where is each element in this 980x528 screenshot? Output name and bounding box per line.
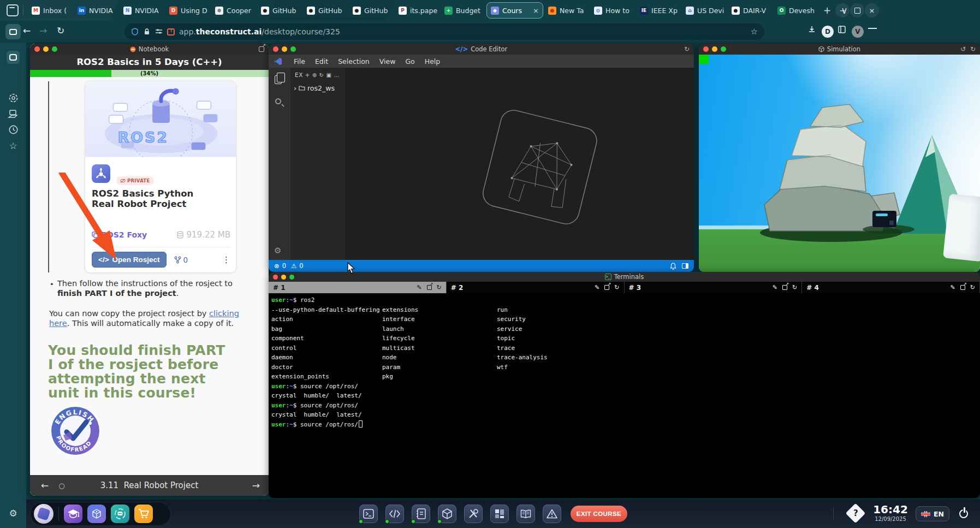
- browser-tab-github[interactable]: ●GitHub: [349, 2, 394, 19]
- collapse-icon[interactable]: ▣: [326, 72, 332, 78]
- downloads-icon[interactable]: [807, 25, 816, 36]
- warning-tool-icon[interactable]: [543, 505, 561, 523]
- terminal-tab-3[interactable]: # 3✎↻: [625, 282, 803, 293]
- editor-titlebar[interactable]: </> Code Editor ↻: [269, 44, 694, 55]
- new-folder-icon[interactable]: ⊕: [312, 72, 317, 78]
- reload-button[interactable]: ↻: [57, 25, 64, 36]
- firefox-view-icon[interactable]: [7, 4, 19, 16]
- notebook-tool-icon[interactable]: [412, 505, 430, 523]
- warnings-count[interactable]: 0: [299, 262, 303, 270]
- open-terminal-external-icon[interactable]: [960, 285, 965, 290]
- browser-tab-new-ta[interactable]: ●New Ta: [544, 2, 589, 19]
- url-bar[interactable]: app.theconstruct.ai/desktop/course/325 ☆: [124, 23, 764, 40]
- browser-tab-devesh[interactable]: ODevesh: [774, 2, 818, 19]
- devices-rail-icon[interactable]: [0, 109, 26, 121]
- lock-icon[interactable]: [143, 28, 151, 35]
- warnings-icon[interactable]: ⚠: [291, 262, 296, 270]
- refresh-icon[interactable]: ↻: [319, 72, 324, 78]
- errors-icon[interactable]: ⊗: [274, 262, 280, 270]
- browser-tab-inbox-[interactable]: MInbox (: [28, 2, 73, 19]
- open-terminal-external-icon[interactable]: [604, 285, 609, 290]
- menu-file[interactable]: File: [289, 57, 310, 66]
- explorer-files-icon[interactable]: [275, 75, 282, 84]
- search-icon[interactable]: [275, 98, 281, 104]
- editor-canvas[interactable]: [345, 68, 694, 260]
- restart-terminal-icon[interactable]: ↻: [970, 284, 975, 291]
- back-button[interactable]: ←: [23, 25, 31, 36]
- simulation-titlebar[interactable]: Simulation ↺↻: [699, 44, 980, 55]
- browser-tab-cours[interactable]: ◆Cours×: [486, 2, 543, 19]
- sim-restart-icon[interactable]: ↺: [960, 45, 966, 53]
- docs-tool-icon[interactable]: [516, 505, 535, 523]
- academy-app-icon[interactable]: [64, 505, 82, 523]
- open-external-icon[interactable]: [259, 46, 264, 52]
- menu-help[interactable]: Help: [420, 57, 446, 66]
- bookmark-star-icon[interactable]: ☆: [751, 27, 758, 37]
- window-lights[interactable]: [703, 46, 726, 52]
- help-button[interactable]: ?: [846, 503, 866, 524]
- browser-tab-its-pape[interactable]: Pits.pape: [395, 2, 439, 19]
- editor-settings-gear-icon[interactable]: ⚙: [274, 246, 281, 256]
- browser-tab-using-d[interactable]: DUsing D: [165, 2, 210, 19]
- menu-view[interactable]: View: [375, 57, 401, 66]
- new-tab-button[interactable]: +: [818, 5, 836, 16]
- maximize-button[interactable]: [850, 3, 864, 17]
- terminal-tool-icon[interactable]: [359, 505, 378, 523]
- rename-terminal-icon[interactable]: ✎: [951, 284, 955, 291]
- terminal-tab-1[interactable]: # 1✎↻: [269, 282, 447, 293]
- browser-tab-us-devi[interactable]: ⌂US Devi: [682, 2, 727, 19]
- tab-overview-button[interactable]: [5, 24, 21, 39]
- browser-tab-nvidia[interactable]: inNVIDIA: [74, 2, 118, 19]
- restart-terminal-icon[interactable]: ↻: [792, 284, 797, 291]
- open-rosject-button[interactable]: </> Open Rosject: [92, 252, 167, 268]
- restart-terminal-icon[interactable]: ↻: [437, 284, 442, 291]
- editor-reload-icon[interactable]: ↻: [684, 45, 690, 53]
- open-terminal-external-icon[interactable]: [782, 285, 787, 290]
- rename-terminal-icon[interactable]: ✎: [417, 284, 421, 291]
- v-extension-icon[interactable]: V: [852, 26, 864, 38]
- shield-icon[interactable]: [131, 28, 139, 35]
- terminal-tab-4[interactable]: # 4✎↻: [802, 282, 980, 293]
- sidebar-extension-icon[interactable]: [838, 25, 846, 36]
- robot-app-icon[interactable]: [111, 505, 129, 523]
- window-lights[interactable]: [273, 275, 294, 280]
- open-terminal-external-icon[interactable]: [427, 285, 432, 290]
- browser-tab-nvidia[interactable]: NNVIDIA: [120, 2, 164, 19]
- code-tool-icon[interactable]: [385, 505, 404, 523]
- simulation-tool-icon[interactable]: [438, 505, 456, 523]
- menu-go[interactable]: Go: [400, 57, 419, 66]
- layout-tool-icon[interactable]: [490, 505, 509, 523]
- store-app-icon[interactable]: [134, 505, 153, 523]
- minimize-button[interactable]: −: [835, 3, 850, 17]
- tree-item-ros2-ws[interactable]: › ros2_ws: [290, 82, 345, 94]
- browser-tab-dair-v[interactable]: ●DAIR-V: [728, 2, 773, 19]
- history-rail-icon[interactable]: [0, 124, 26, 137]
- assistant-rail-icon[interactable]: [0, 93, 26, 105]
- close-tab-icon[interactable]: ×: [533, 7, 539, 15]
- ros-distro-link[interactable]: ROS2 Foxy: [92, 230, 147, 239]
- terminal-tab-2[interactable]: # 2✎↻: [447, 282, 625, 293]
- browser-tab-github[interactable]: ●GitHub: [257, 2, 302, 19]
- new-file-icon[interactable]: +: [305, 72, 310, 78]
- browser-tab-github[interactable]: ●GitHub: [303, 2, 348, 19]
- browser-tab-how-to[interactable]: ◍How to: [590, 2, 635, 19]
- rename-terminal-icon[interactable]: ✎: [595, 284, 599, 291]
- rosject-app-icon[interactable]: [87, 505, 106, 523]
- settings-gear-icon[interactable]: ⚙: [0, 508, 26, 519]
- exit-course-button[interactable]: EXIT COURSE: [571, 506, 627, 522]
- power-button[interactable]: [958, 507, 971, 520]
- apps-rail-icon[interactable]: [0, 50, 26, 67]
- kebab-menu-icon[interactable]: ⋮: [222, 255, 230, 265]
- terminals-titlebar[interactable]: >_ Terminals: [269, 272, 980, 282]
- url-text[interactable]: app.theconstruct.ai/desktop/course/325: [179, 27, 340, 36]
- sim-reload-icon[interactable]: ↻: [970, 45, 976, 53]
- rename-terminal-icon[interactable]: ✎: [773, 284, 777, 291]
- menu-edit[interactable]: Edit: [310, 57, 333, 66]
- bell-icon[interactable]: [670, 263, 676, 270]
- layout-panel-icon[interactable]: [682, 263, 688, 269]
- window-lights[interactable]: [273, 46, 296, 52]
- close-window-button[interactable]: ×: [865, 3, 879, 17]
- tools-tool-icon[interactable]: [464, 505, 483, 523]
- d-extension-icon[interactable]: D: [822, 26, 834, 38]
- construct-app-icon[interactable]: [34, 504, 54, 524]
